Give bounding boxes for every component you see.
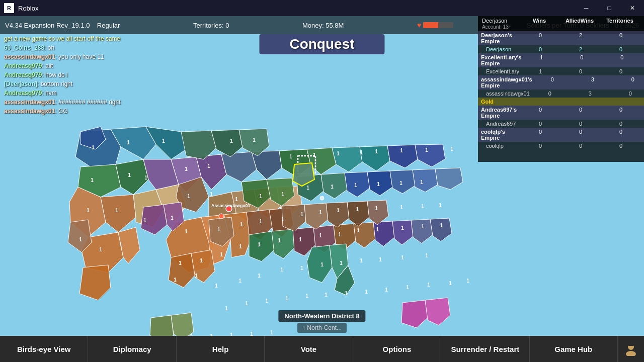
svg-text:1: 1 (210, 192, 213, 197)
svg-text:1: 1 (119, 242, 122, 247)
svg-text:1: 1 (340, 260, 343, 266)
svg-text:1: 1 (127, 140, 130, 145)
svg-text:1: 1 (337, 208, 340, 213)
svg-text:1: 1 (230, 138, 233, 144)
svg-text:1: 1 (376, 227, 379, 232)
avatar-icon (624, 342, 638, 356)
wins-header: Wins (519, 18, 559, 30)
svg-text:1: 1 (79, 237, 82, 242)
svg-text:1: 1 (259, 219, 262, 224)
territories-header: Territories (600, 18, 640, 30)
chat-message: [Deerjason]: bottom right (4, 79, 152, 88)
svg-text:1: 1 (357, 228, 360, 233)
chat-message: 60_Coins_288: oh (4, 43, 152, 52)
svg-text:1: 1 (377, 182, 380, 187)
svg-text:1: 1 (375, 206, 378, 211)
svg-text:1: 1 (207, 163, 210, 169)
hud-money: Money: 55.8M (302, 22, 344, 29)
svg-text:1: 1 (320, 262, 324, 267)
diplomacy-button[interactable]: Diplomacy (88, 336, 176, 362)
svg-text:1: 1 (217, 227, 220, 232)
score-empire-row: Deerjason's Empire 0 2 0 (478, 31, 644, 45)
svg-text:1: 1 (331, 184, 334, 190)
svg-text:1: 1 (215, 283, 218, 289)
svg-text:1: 1 (91, 177, 94, 183)
svg-text:1: 1 (385, 287, 388, 293)
svg-point-71 (320, 196, 324, 200)
svg-text:1: 1 (421, 204, 424, 209)
svg-text:1: 1 (439, 203, 442, 208)
svg-text:1: 1 (345, 291, 348, 296)
svg-text:1: 1 (300, 265, 303, 271)
score-player-row: assassindawgx01 0 3 0 (478, 89, 644, 98)
svg-text:1: 1 (399, 180, 403, 186)
score-player-row: ExcellentLary 1 0 0 (478, 67, 644, 75)
score-empire-row: coolqlp's Empire 0 0 0 (478, 128, 644, 142)
options-button[interactable]: Options (353, 336, 441, 362)
svg-text:1: 1 (285, 296, 288, 301)
chat-message: assassindawgx01: ######## ###### right (4, 98, 152, 107)
hud-territories: Territories: 0 (193, 22, 229, 29)
svg-text:1: 1 (289, 154, 292, 159)
close-button[interactable]: ✕ (621, 0, 644, 16)
svg-text:1: 1 (401, 255, 404, 260)
svg-text:1: 1 (421, 224, 424, 229)
svg-text:1: 1 (354, 183, 357, 188)
svg-text:1: 1 (401, 225, 404, 231)
svg-text:1: 1 (299, 237, 302, 242)
alliedwins-header: AlliedWins (559, 18, 600, 30)
svg-text:1: 1 (270, 330, 273, 335)
maximize-button[interactable]: □ (598, 0, 621, 16)
score-gold-row: Gold (478, 98, 644, 106)
svg-text:1: 1 (278, 238, 281, 243)
svg-text:1: 1 (337, 151, 340, 156)
svg-text:1: 1 (92, 145, 95, 150)
svg-text:1: 1 (185, 166, 188, 172)
svg-text:Assassindawgx01: Assassindawgx01 (211, 203, 251, 208)
svg-text:1: 1 (420, 179, 423, 185)
svg-text:1: 1 (200, 258, 203, 263)
svg-text:1: 1 (313, 152, 316, 158)
district-label: North-Western District 8 (278, 310, 365, 322)
minimize-button[interactable]: ─ (575, 0, 598, 16)
svg-point-173 (219, 214, 224, 219)
title-bar: R Roblox ─ □ ✕ (0, 0, 644, 16)
svg-text:1: 1 (400, 205, 403, 210)
vote-button[interactable]: Vote (265, 336, 353, 362)
score-player-row: coolqlp 0 0 0 (478, 142, 644, 150)
svg-text:1: 1 (239, 244, 242, 249)
birds-eye-button[interactable]: Birds-eye View (0, 336, 88, 362)
svg-text:1: 1 (245, 301, 248, 306)
surrender-restart-button[interactable]: Surrender / Restart (441, 336, 529, 362)
svg-text:1: 1 (360, 150, 363, 155)
svg-text:1: 1 (360, 258, 363, 263)
svg-text:1: 1 (427, 282, 430, 288)
svg-text:1: 1 (240, 222, 243, 227)
chat-message: get a new game so we all start off the s… (4, 34, 152, 43)
game-hub-button[interactable]: Game Hub (530, 336, 618, 362)
svg-text:1: 1 (365, 289, 368, 295)
toolbar: Birds-eye View Diplomacy Help Vote Optio… (0, 336, 644, 362)
svg-text:1: 1 (225, 306, 228, 311)
health-bar (423, 22, 453, 28)
svg-text:1: 1 (128, 172, 131, 178)
svg-text:1: 1 (87, 208, 90, 213)
hud-version: V4.34 Expansion Rev_19.1.0 Regular (5, 22, 120, 29)
score-player-row: Andreas697 0 0 0 (478, 120, 644, 128)
svg-text:1: 1 (466, 278, 469, 284)
window-title: Roblox (18, 5, 38, 12)
scoreboard: Deerjason Account: 13+ Wins AlliedWins T… (478, 16, 644, 162)
help-button[interactable]: Help (177, 336, 265, 362)
svg-text:1: 1 (375, 149, 378, 154)
chat-message: Andreasq979: nvm (4, 88, 152, 98)
svg-text:1: 1 (144, 175, 147, 180)
svg-text:1: 1 (449, 281, 452, 286)
svg-text:1: 1 (379, 257, 382, 262)
avatar-button[interactable] (618, 336, 644, 362)
svg-text:1: 1 (425, 253, 428, 258)
svg-text:1: 1 (220, 252, 223, 257)
svg-text:1: 1 (179, 260, 182, 266)
svg-text:1: 1 (338, 232, 341, 237)
health-bar-area: ♥ (417, 21, 453, 29)
svg-text:1: 1 (265, 298, 268, 304)
